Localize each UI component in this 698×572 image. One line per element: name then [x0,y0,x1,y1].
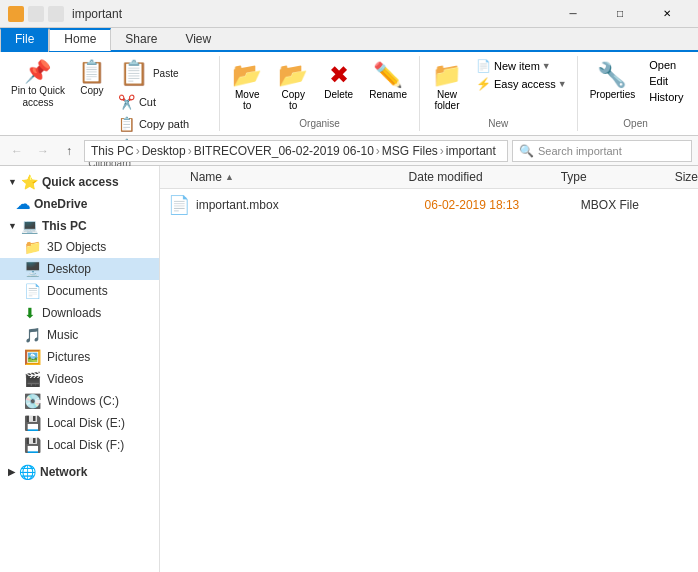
file-list: Name ▲ Date modified Type Size 📄 importa… [160,166,698,572]
search-icon: 🔍 [519,144,534,158]
main-area: ▼ ⭐ Quick access ☁ OneDrive ▼ 💻 This PC … [0,166,698,572]
properties-label: Properties [590,89,636,100]
easy-access-arrow: ▼ [558,79,567,89]
quick-access-arrow: ▼ [8,177,17,187]
new-folder-button[interactable]: 📁 New folder [426,58,468,114]
close-button[interactable]: ✕ [644,0,690,28]
copy-button[interactable]: 📋 Copy [72,58,112,100]
history-button[interactable]: History [645,90,687,104]
copy-path-button[interactable]: 📋 Copy path [114,114,213,134]
desktop-icon: 🖥️ [24,261,41,277]
downloads-icon: ⬇ [24,305,36,321]
sidebar: ▼ ⭐ Quick access ☁ OneDrive ▼ 💻 This PC … [0,166,160,572]
easy-access-icon: ⚡ [476,77,491,91]
easy-access-button[interactable]: ⚡ Easy access ▼ [472,76,571,92]
onedrive-header[interactable]: ☁ OneDrive [0,192,159,214]
path-segment-2[interactable]: Desktop [142,144,186,158]
delete-button[interactable]: ✖ Delete [318,58,359,103]
file-list-header: Name ▲ Date modified Type Size [160,166,698,189]
path-segment-5[interactable]: important [446,144,496,158]
edit-button[interactable]: Edit [645,74,687,88]
path-segment-1[interactable]: This PC [91,144,134,158]
file-icon: 📄 [168,194,190,216]
sidebar-item-windows-c[interactable]: 💽 Windows (C:) [0,390,159,412]
copy-label: Copy [80,85,103,97]
header-date-label: Date modified [409,170,483,184]
new-item-button[interactable]: 📄 New item ▼ [472,58,571,74]
organise-label: Organise [299,116,340,129]
3d-objects-label: 3D Objects [47,240,106,254]
tab-share[interactable]: Share [111,28,171,50]
edit-label: Edit [649,75,668,87]
sidebar-item-desktop[interactable]: 🖥️ Desktop [0,258,159,280]
copy-to-button[interactable]: 📂 Copy to [272,58,314,114]
quick-access-icon: ⭐ [21,174,38,190]
open-label: Open [649,59,676,71]
table-row[interactable]: 📄 important.mbox 06-02-2019 18:13 MBOX F… [160,189,698,221]
move-label: Move to [235,89,259,111]
cut-button[interactable]: ✂️ Cut [114,92,213,112]
paste-icon: 📋 [119,61,149,85]
path-segment-3[interactable]: BITRECOVER_06-02-2019 06-10 [194,144,374,158]
pin-quick-access-button[interactable]: 📌 Pin to Quick access [6,58,70,112]
sidebar-item-3d-objects[interactable]: 📁 3D Objects [0,236,159,258]
new-content: 📁 New folder 📄 New item ▼ ⚡ Easy access … [426,58,571,116]
rename-button[interactable]: ✏️ Rename [363,58,413,103]
header-size-label: Size [675,170,698,184]
move-to-button[interactable]: 📂 Move to [226,58,268,114]
separator-4: › [440,144,444,158]
local-f-label: Local Disk (F:) [47,438,124,452]
properties-button[interactable]: 🔧 Properties [584,58,642,103]
header-type[interactable]: Type [561,170,675,184]
computer-icon: 💻 [21,218,38,234]
maximize-button[interactable]: □ [597,0,643,28]
separator-3: › [376,144,380,158]
sidebar-item-pictures[interactable]: 🖼️ Pictures [0,346,159,368]
sidebar-item-music[interactable]: 🎵 Music [0,324,159,346]
network-header[interactable]: ▶ 🌐 Network [0,460,159,482]
search-bar[interactable]: 🔍 Search important [512,140,692,162]
header-size[interactable]: Size [675,170,698,184]
redo-icon [48,6,64,22]
videos-label: Videos [47,372,83,386]
sidebar-item-local-e[interactable]: 💾 Local Disk (E:) [0,412,159,434]
minimize-button[interactable]: ─ [550,0,596,28]
tab-file[interactable]: File [0,28,49,52]
header-date[interactable]: Date modified [409,170,561,184]
ribbon-tabs: File Home Share View [0,28,698,52]
paste-button[interactable]: 📋 Paste [114,58,213,90]
search-placeholder: Search important [538,145,622,157]
copy-to-icon: 📂 [278,61,308,89]
new-right: 📄 New item ▼ ⚡ Easy access ▼ [472,58,571,92]
sidebar-item-videos[interactable]: 🎬 Videos [0,368,159,390]
local-e-label: Local Disk (E:) [47,416,125,430]
forward-button[interactable]: → [32,140,54,162]
pictures-icon: 🖼️ [24,349,41,365]
new-item-label: New item [494,60,540,72]
new-folder-label: New folder [434,89,459,111]
tab-home[interactable]: Home [49,28,111,51]
sidebar-item-documents[interactable]: 📄 Documents [0,280,159,302]
header-name[interactable]: Name ▲ [160,170,409,184]
history-label: History [649,91,683,103]
up-button[interactable]: ↑ [58,140,80,162]
clipboard-group: 📌 Pin to Quick access 📋 Copy 📋 Paste ✂️ … [0,56,220,131]
tab-view[interactable]: View [171,28,225,50]
separator-2: › [188,144,192,158]
sort-arrow: ▲ [225,172,234,182]
documents-icon: 📄 [24,283,41,299]
quick-access-header[interactable]: ▼ ⭐ Quick access [0,170,159,192]
sidebar-item-downloads[interactable]: ⬇ Downloads [0,302,159,324]
downloads-label: Downloads [42,306,101,320]
delete-icon: ✖ [329,61,349,89]
this-pc-label: This PC [42,219,87,233]
path-segment-4[interactable]: MSG Files [382,144,438,158]
windows-c-label: Windows (C:) [47,394,119,408]
scissors-icon: ✂️ [118,94,135,110]
pin-label: Pin to Quick access [11,85,65,109]
sidebar-item-local-f[interactable]: 💾 Local Disk (F:) [0,434,159,456]
address-path[interactable]: This PC › Desktop › BITRECOVER_06-02-201… [84,140,508,162]
this-pc-header[interactable]: ▼ 💻 This PC [0,214,159,236]
open-button[interactable]: Open [645,58,687,72]
back-button[interactable]: ← [6,140,28,162]
